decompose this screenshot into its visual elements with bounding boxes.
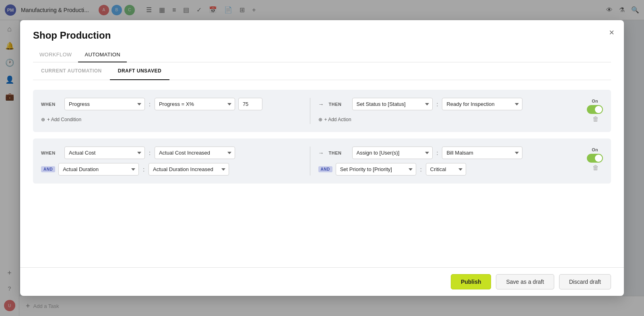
rule-card-2: WHEN Actual Cost : Actual Cost Increased	[33, 138, 611, 184]
rule1-when-section: WHEN Progress : Progress = X%	[41, 98, 302, 124]
rule1-toggle-label: On	[592, 99, 598, 103]
rule2-when-colon2: :	[142, 166, 145, 173]
rule1-divider	[310, 98, 310, 124]
rule1-delete-button[interactable]: 🗑	[592, 116, 599, 123]
rule2-when-section: WHEN Actual Cost : Actual Cost Increased	[41, 147, 302, 176]
rule1-when-label: WHEN	[41, 102, 61, 107]
rule2-then-action1-select[interactable]: Assign to [User(s)]	[352, 147, 433, 159]
sub-tabs: CURRENT AUTOMATION DRAFT UNSAVED	[33, 62, 611, 80]
rule2-when-field1-select[interactable]: Actual Cost	[64, 147, 145, 159]
rule2-then-section: → THEN Assign to [User(s)] : Bill Malsam	[318, 147, 579, 176]
rule2-when-condition1-select[interactable]: Actual Cost Increased	[155, 147, 235, 159]
rules-area: WHEN Progress : Progress = X%	[33, 80, 611, 193]
rule2-then-value1-select[interactable]: Bill Malsam	[442, 147, 522, 159]
rule2-when-condition2-select[interactable]: Actual Duration Increased	[149, 163, 229, 176]
rule2-controls: On 🗑	[587, 147, 603, 171]
rule1-add-action-plus-icon: ⊕	[318, 117, 322, 122]
modal-tabs: WORKFLOW AUTOMATION	[33, 48, 611, 62]
close-button[interactable]: ×	[609, 28, 614, 37]
modal-title: Shop Production	[33, 30, 611, 41]
rule1-when-colon: :	[148, 101, 151, 107]
rule2-toggle[interactable]	[587, 154, 603, 163]
rule1-add-condition-plus-icon: ⊕	[41, 117, 45, 122]
automation-content: CURRENT AUTOMATION DRAFT UNSAVED WHEN Pr…	[20, 62, 624, 193]
rule2-divider	[310, 147, 310, 176]
rule2-toggle-label: On	[592, 147, 598, 152]
rule2-delete-button[interactable]: 🗑	[592, 164, 599, 171]
discard-draft-button[interactable]: Discard draft	[559, 274, 611, 289]
rule2-then-value2-select[interactable]: Critical	[426, 163, 466, 176]
modal-footer: Publish Save as a draft Discard draft	[20, 267, 624, 296]
rule-card-1: WHEN Progress : Progress = X%	[33, 90, 611, 132]
rule1-then-colon: :	[436, 101, 439, 107]
tab-workflow[interactable]: WORKFLOW	[33, 48, 78, 62]
sub-tab-current[interactable]: CURRENT AUTOMATION	[33, 62, 110, 80]
publish-button[interactable]: Publish	[451, 274, 491, 289]
rule1-arrow: →	[318, 101, 324, 107]
tab-automation[interactable]: AUTOMATION	[78, 48, 126, 62]
rule1-add-condition-button[interactable]: ⊕ + Add Condition	[41, 115, 81, 124]
rule1-then-value-select[interactable]: Ready for Inspection	[442, 98, 522, 110]
rule2-when-colon1: :	[148, 150, 151, 156]
rule1-when-condition-select[interactable]: Progress = X%	[155, 98, 235, 110]
save-draft-button[interactable]: Save as a draft	[496, 274, 554, 289]
rule1-then-section: → THEN Set Status to [Status] : Ready fo…	[318, 98, 579, 124]
modal-header: Shop Production WORKFLOW AUTOMATION ×	[20, 20, 624, 62]
rule2-when-field2-select[interactable]: Actual Duration	[58, 163, 139, 176]
rule1-when-field-select[interactable]: Progress	[64, 98, 145, 110]
rule1-controls: On 🗑	[587, 98, 603, 123]
rule2-then-colon1: :	[436, 150, 439, 156]
rule2-then-label: THEN	[329, 151, 349, 155]
rule2-then-action2-select[interactable]: Set Priority to [Priority]	[336, 163, 416, 176]
rule2-arrow: →	[318, 150, 324, 156]
automation-modal: Shop Production WORKFLOW AUTOMATION × CU…	[20, 20, 624, 296]
rule1-then-action-select[interactable]: Set Status to [Status]	[352, 98, 433, 110]
modal-body: CURRENT AUTOMATION DRAFT UNSAVED WHEN Pr…	[20, 62, 624, 267]
rule2-then-colon2: :	[419, 166, 423, 173]
rule2-and-badge1: AND	[41, 166, 55, 172]
rule1-when-value-input[interactable]	[238, 98, 262, 110]
rule1-add-action-button[interactable]: ⊕ + Add Action	[318, 115, 351, 124]
rule1-toggle[interactable]	[587, 105, 603, 114]
rule2-and-badge2: AND	[318, 166, 332, 172]
sub-tab-draft[interactable]: DRAFT UNSAVED	[110, 62, 169, 80]
rule2-when-label: WHEN	[41, 151, 61, 155]
rule1-then-label: THEN	[329, 102, 349, 107]
